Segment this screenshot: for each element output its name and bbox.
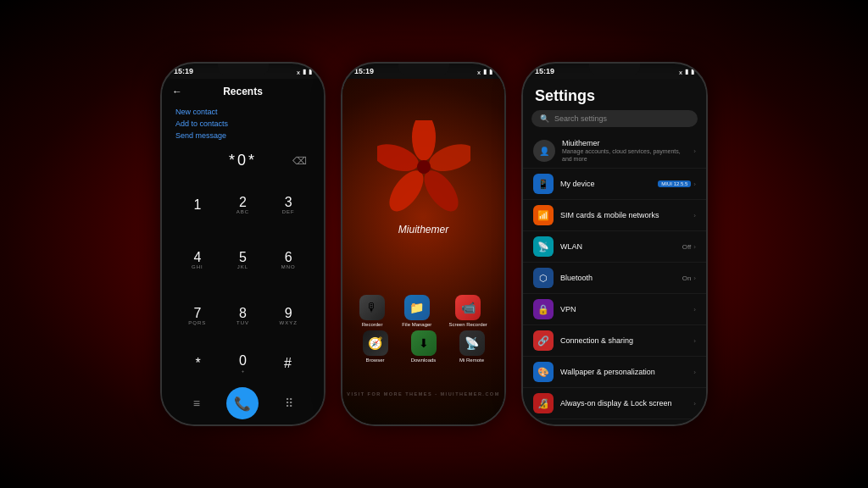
chevron-icon: › (693, 212, 696, 219)
send-message-link[interactable]: Send message (175, 131, 310, 140)
dial-hash[interactable]: # (265, 350, 310, 377)
key-num: 1 (193, 198, 201, 212)
app-screen-recorder[interactable]: 📹 Screen Recorder (449, 295, 487, 327)
bluetooth-icon-r: ⁎ (679, 68, 682, 75)
search-icon: 🔍 (540, 114, 549, 123)
wallpaper-title: Wallpaper & personalization (560, 368, 687, 376)
status-icons-right: ⁎ ▮ ▮ (679, 68, 694, 75)
chevron-icon: › (693, 369, 696, 376)
back-arrow-icon[interactable]: ← (172, 86, 182, 97)
chevron-icon: › (693, 337, 696, 345)
vpn-content: VPN (560, 305, 687, 313)
notch-left (218, 64, 269, 75)
bluetooth-icon-c: ⁎ (477, 68, 481, 75)
sim-content: SIM cards & mobile networks (560, 211, 687, 219)
dial-key-3[interactable]: 3 DEF (266, 178, 310, 232)
aod-content: Always-on display & Lock screen (560, 399, 687, 408)
vpn-right: › (693, 306, 696, 313)
new-contact-link[interactable]: New contact (175, 108, 310, 116)
app-file-manager[interactable]: 📁 File Manager (402, 295, 431, 327)
file-manager-icon: 📁 (404, 295, 430, 320)
settings-my-device[interactable]: 📱 My device MIUI 12.5.5 › (523, 169, 706, 200)
dial-key-2[interactable]: 2 ABC (221, 178, 265, 232)
settings-wallpaper-item[interactable]: 🎨 Wallpaper & personalization › (523, 357, 706, 388)
settings-sim-item[interactable]: 📶 SIM cards & mobile networks › (523, 200, 706, 231)
screen-recorder-label: Screen Recorder (449, 322, 487, 327)
app-grid: 🎙 Recorder 📁 File Manager 📹 Screen Recor… (342, 295, 504, 363)
delete-icon[interactable]: ⌫ (292, 155, 307, 167)
recents-header: ← Recents (162, 79, 324, 104)
add-contacts-link[interactable]: Add to contacts (175, 119, 310, 128)
app-recorder[interactable]: 🎙 Recorder (359, 295, 385, 327)
settings-vpn-item[interactable]: 🔒 VPN › (523, 294, 706, 325)
call-button[interactable]: 📞 (226, 387, 259, 419)
settings-bluetooth-item[interactable]: ⬡ Bluetooth On › (523, 263, 706, 294)
profile-name: Miuithemer (562, 139, 687, 147)
app-browser[interactable]: 🧭 Browser (363, 330, 388, 363)
settings-search[interactable]: 🔍 Search settings (531, 110, 698, 127)
app-mi-remote[interactable]: 📡 Mi Remote (459, 330, 485, 363)
wlan-icon: 📡 (533, 236, 554, 257)
connection-icon: 🔗 (533, 330, 554, 351)
signal-icon-r: ▮ (685, 68, 688, 75)
search-placeholder: Search settings (554, 114, 607, 123)
phone-left: 15:19 ⁎ ▮ ▮ ← Recents New contact Add to… (160, 62, 326, 426)
dial-key-8[interactable]: 8 TUV (221, 289, 265, 343)
signal-icon: ▮ (303, 68, 306, 75)
recorder-label: Recorder (362, 322, 383, 327)
dial-zero[interactable]: 0 + (220, 350, 265, 377)
phone-center: 15:19 ⁎ ▮ ▮ Miuithemer 🎙 (341, 62, 506, 426)
settings-aod-item[interactable]: 🔏 Always-on display & Lock screen › (523, 388, 706, 419)
sim-right: › (693, 212, 696, 219)
status-icons-center: ⁎ ▮ ▮ (477, 68, 492, 75)
settings-connection-item[interactable]: 🔗 Connection & sharing › (523, 325, 706, 357)
aod-title: Always-on display & Lock screen (560, 399, 687, 408)
keypad-button[interactable]: ⠿ (277, 391, 301, 415)
dial-key-1[interactable]: 1 (175, 178, 220, 232)
sim-title: SIM cards & mobile networks (560, 211, 687, 219)
avatar-icon: 👤 (539, 147, 549, 156)
dialer-number: *0* (229, 152, 257, 169)
dialer-bottom-row: * 0 + # (162, 347, 324, 382)
battery-icon-r: ▮ (691, 68, 694, 75)
key-letters: JKL (237, 264, 248, 269)
profile-subtitle: Manage accounts, cloud services, payment… (562, 147, 687, 163)
aod-icon: 🔏 (533, 393, 554, 413)
wlan-right: Off › (682, 243, 696, 251)
aod-right: › (693, 400, 696, 408)
key-letters: ABC (236, 209, 249, 214)
dial-star[interactable]: * (175, 350, 220, 377)
phone-right: 15:19 ⁎ ▮ ▮ Settings 🔍 Search settings 👤… (521, 62, 708, 426)
key-num: 4 (193, 251, 201, 264)
svg-point-5 (417, 160, 431, 174)
recorder-icon: 🎙 (359, 295, 385, 320)
connection-content: Connection & sharing (560, 336, 687, 345)
browser-icon: 🧭 (363, 330, 388, 356)
dialer-menu-button[interactable]: ≡ (185, 391, 209, 415)
connection-right: › (693, 337, 696, 345)
wlan-status: Off (682, 243, 692, 251)
keypad-icon: ⠿ (285, 396, 293, 410)
dial-key-7[interactable]: 7 PQRS (175, 289, 220, 343)
dial-key-4[interactable]: 4 GHI (175, 234, 220, 288)
bluetooth-icon-s: ⬡ (533, 268, 554, 288)
status-icons-left: ⁎ ▮ ▮ (297, 68, 312, 75)
phones-container: 15:19 ⁎ ▮ ▮ ← Recents New contact Add to… (152, 53, 716, 435)
settings-wlan-item[interactable]: 📡 WLAN Off › (523, 231, 706, 263)
recents-title: Recents (223, 86, 263, 97)
screen-recorder-icon: 📹 (455, 295, 481, 320)
key-letters: PQRS (188, 320, 206, 325)
app-row-2: 🧭 Browser ⬇ Downloads 📡 Mi Remote (351, 330, 496, 363)
key-letters: TUV (236, 320, 249, 325)
app-downloads[interactable]: ⬇ Downloads (411, 330, 437, 363)
dial-key-9[interactable]: 9 WXYZ (266, 289, 310, 343)
vpn-icon: 🔒 (533, 299, 554, 319)
settings-profile-row[interactable]: 👤 Miuithemer Manage accounts, cloud serv… (523, 134, 706, 169)
key-num: 3 (285, 196, 292, 209)
screen-right: Settings 🔍 Search settings 👤 Miuithemer … (523, 79, 706, 424)
file-manager-label: File Manager (402, 322, 431, 327)
settings-title: Settings (523, 79, 706, 110)
dial-key-6[interactable]: 6 MNO (266, 234, 310, 288)
dial-key-5[interactable]: 5 JKL (221, 234, 265, 288)
bluetooth-right: On › (682, 274, 696, 282)
